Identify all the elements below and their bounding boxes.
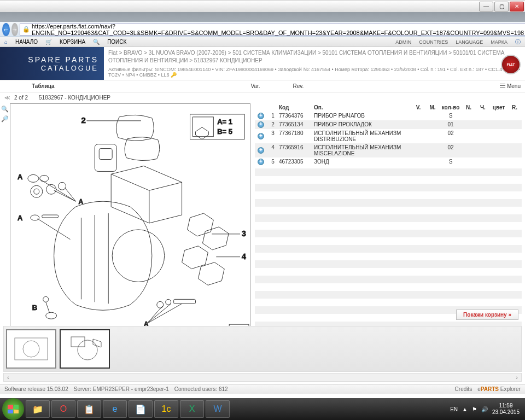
svg-rect-1	[192, 117, 213, 137]
nav-admin[interactable]: ADMIN	[395, 39, 411, 45]
scroll-left-icon[interactable]: ‹	[7, 374, 9, 381]
taskbar-1c[interactable]: 1c	[154, 400, 178, 418]
info-icon[interactable]: ⓘ	[515, 38, 521, 46]
url-text: https://eper.parts.fiat.com/navi?ENGINE_…	[32, 23, 524, 36]
status-server: Server: EMPR23EPER - empr23eper-1	[74, 386, 169, 392]
menu-icon	[500, 84, 505, 88]
tab-table[interactable]: Таблица	[32, 83, 55, 89]
tray-lang[interactable]: EN	[450, 406, 458, 412]
svg-point-37	[157, 301, 164, 308]
tray-flag-icon[interactable]: ⚑	[472, 406, 477, 412]
taskbar-tc[interactable]: 📋	[77, 400, 101, 418]
svg-rect-48	[71, 337, 85, 347]
col-var: Var.	[250, 83, 260, 89]
status-credits[interactable]: Credits	[455, 386, 472, 392]
add-to-cart-icon[interactable]	[258, 113, 264, 119]
taskbar-ie[interactable]: e	[103, 400, 127, 418]
add-to-cart-icon[interactable]	[258, 133, 264, 139]
svg-rect-4	[95, 144, 116, 172]
taskbar-word[interactable]: W	[206, 400, 230, 418]
table-row[interactable]: 546723305ЗОНДS	[255, 158, 522, 166]
windows-taskbar: 📁 O 📋 e 📄 1c X W EN ▲ ⚑ 🔊 11:5923.04.201…	[0, 398, 525, 420]
svg-line-41	[147, 304, 171, 324]
maximize-button[interactable]: ▢	[494, 2, 509, 11]
thumbnail-2[interactable]	[60, 329, 110, 369]
add-to-cart-icon[interactable]	[258, 121, 264, 128]
logo: SPARE PARTS CATALOGUE	[0, 47, 104, 80]
system-tray: EN ▲ ⚑ 🔊 11:5923.04.2015	[450, 402, 523, 416]
logo-line1: SPARE PARTS	[28, 55, 98, 64]
exploded-diagram[interactable]: A= 1 B= 5 2 A A A	[10, 103, 250, 337]
status-bar: Software release 15.03.02 Server: EMPR23…	[0, 384, 525, 394]
tray-up-icon[interactable]: ▲	[462, 406, 468, 412]
close-button[interactable]: ✕	[510, 2, 524, 11]
legend-b: B= 5	[217, 127, 232, 136]
svg-rect-45	[15, 338, 48, 360]
breadcrumb[interactable]: Fiat > BRAVO > 3L NUOVA BRAVO (2007-2009…	[108, 49, 521, 65]
svg-point-35	[46, 312, 57, 319]
svg-point-11	[40, 175, 49, 182]
fiat-logo: FIAT	[501, 55, 521, 74]
nav-countries[interactable]: COUNTRIES	[419, 39, 448, 45]
svg-rect-5	[99, 149, 112, 160]
svg-point-14	[46, 184, 56, 194]
svg-point-13	[34, 189, 39, 194]
svg-line-23	[38, 219, 71, 240]
thumbnail-scrollbar[interactable]: ‹›	[3, 373, 522, 382]
start-button[interactable]	[2, 398, 24, 420]
svg-point-12	[31, 185, 43, 197]
col-rev: Rev.	[293, 83, 304, 89]
back-button[interactable]: ←	[2, 23, 10, 36]
add-to-cart-icon[interactable]	[258, 159, 264, 165]
svg-text:B: B	[32, 304, 37, 312]
table-row[interactable]: 477365916ИСПОЛНИТЕЛЬНЫЙ МЕХАНИЗМ MISCELA…	[255, 143, 522, 158]
thumbnail-strip	[3, 326, 522, 372]
taskbar-explorer[interactable]: 📁	[26, 400, 50, 418]
svg-point-24	[112, 230, 165, 282]
table-row[interactable]: 177364376ПРИБОР РЫЧАГОВS	[255, 112, 522, 120]
nav-cart[interactable]: КОРЗИНА	[60, 39, 85, 45]
svg-rect-39	[174, 299, 196, 304]
svg-line-16	[40, 179, 76, 201]
scroll-right-icon[interactable]: ›	[516, 374, 518, 381]
tray-clock[interactable]: 11:5923.04.2015	[492, 402, 520, 416]
svg-point-21	[31, 215, 39, 220]
table-header: Код Оп. V. M. кол-во N. Ч. цвет R.	[255, 103, 522, 112]
active-filters: Активные фильтры: SINCOM: 19854E001140 •…	[108, 67, 521, 78]
diagram-toolbar: 🔍 🔎	[0, 102, 9, 339]
forward-button[interactable]: →	[11, 23, 18, 36]
nav-language[interactable]: LANGUAGE	[456, 39, 483, 45]
minimize-button[interactable]: —	[479, 2, 493, 11]
legend-a: A= 1	[217, 118, 232, 126]
tray-volume-icon[interactable]: 🔊	[481, 406, 488, 412]
home-icon: ⌂	[4, 39, 8, 45]
zoom-in-icon[interactable]: 🔍	[1, 106, 8, 112]
section-tabs: Таблица Var. Rev. Menu	[0, 80, 525, 92]
table-row[interactable]: 277365134ПРИБОР ПРОКЛАДОК01	[255, 120, 522, 129]
lock-icon: 🔒	[22, 26, 30, 33]
show-cart-button[interactable]: Покажи корзину »	[456, 310, 518, 320]
windows-icon	[8, 405, 19, 413]
table-row[interactable]: 377367180ИСПОЛНИТЕЛЬНЫЙ МЕХАНИЗМ DISTRIB…	[255, 129, 522, 143]
taskbar-app1[interactable]: 📄	[129, 400, 153, 418]
menu-toggle[interactable]: Menu	[500, 83, 521, 89]
svg-line-17	[54, 190, 76, 201]
taskbar-opera[interactable]: O	[51, 400, 75, 418]
page-prev[interactable]: ≪	[4, 95, 10, 101]
nav-search[interactable]: ПОИСК	[107, 39, 126, 45]
taskbar-excel[interactable]: X	[180, 400, 204, 418]
svg-point-10	[28, 174, 39, 182]
nav-brand[interactable]: МАРКА	[491, 39, 508, 45]
status-users: Connected users: 612	[174, 386, 228, 392]
svg-line-42	[147, 304, 182, 324]
add-to-cart-icon[interactable]	[258, 147, 264, 154]
thumbnail-1[interactable]	[6, 329, 56, 369]
svg-line-18	[65, 188, 76, 201]
zoom-out-icon[interactable]: 🔎	[1, 115, 8, 122]
nav-home[interactable]: НАЧАЛО	[15, 39, 38, 45]
address-bar[interactable]: 🔒https://eper.parts.fiat.com/navi?ENGINE…	[20, 24, 525, 36]
page-indicator: 2 of 2	[14, 95, 28, 101]
svg-point-47	[78, 340, 97, 360]
svg-text:3: 3	[242, 229, 246, 238]
logo-line2: CATALOGUE	[41, 64, 98, 72]
